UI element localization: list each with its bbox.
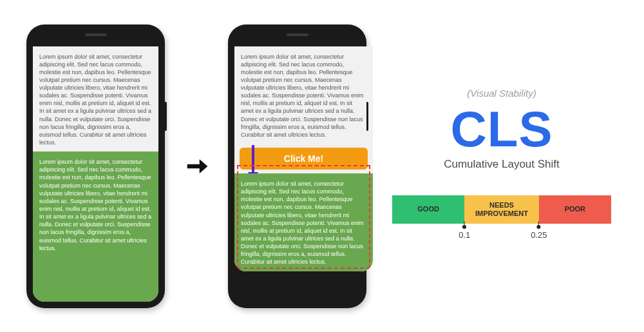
- after-paragraph-top: Lorem ipsum dolor sit amet, consectetur …: [234, 46, 373, 144]
- injected-button-row: Click Me!: [234, 144, 373, 173]
- threshold-value-poor: 0.25: [531, 230, 547, 240]
- arrow-right-icon: [184, 154, 209, 179]
- threshold-value-good: 0.1: [459, 230, 470, 240]
- before-paragraph-top: Lorem ipsum dolor sit amet, consectetur …: [33, 46, 158, 152]
- threshold-tick-poor: 0.25: [531, 225, 547, 240]
- after-paragraph-bottom: Lorem ipsum dolor sit amet, consectetur …: [234, 173, 373, 271]
- scale-segment-needs: NEEDSIMPROVEMENT: [464, 195, 539, 224]
- cls-subtitle: (Visual Stability): [467, 88, 536, 99]
- cls-info-panel: (Visual Stability) CLS Cumulative Layout…: [386, 88, 618, 244]
- threshold-tick-good: 0.1: [459, 225, 470, 240]
- phone-after: Lorem ipsum dolor sit amet, consectetur …: [228, 24, 366, 308]
- diagram-root: Lorem ipsum dolor sit amet, consectetur …: [14, 24, 630, 308]
- before-paragraph-bottom: Lorem ipsum dolor sit amet, consectetur …: [33, 151, 158, 301]
- cls-fullname: Cumulative Layout Shift: [444, 158, 560, 171]
- cls-scale: GOOD NEEDSIMPROVEMENT POOR 0.1 0.25: [392, 195, 611, 244]
- click-me-button[interactable]: Click Me!: [240, 148, 368, 170]
- scale-segment-good: GOOD: [392, 195, 464, 224]
- phone-before-screen: Lorem ipsum dolor sit amet, consectetur …: [33, 46, 158, 302]
- phone-after-screen: Lorem ipsum dolor sit amet, consectetur …: [234, 46, 373, 271]
- scale-segment-poor: POOR: [539, 195, 611, 224]
- cls-acronym: CLS: [451, 104, 553, 154]
- phone-before: Lorem ipsum dolor sit amet, consectetur …: [26, 24, 165, 308]
